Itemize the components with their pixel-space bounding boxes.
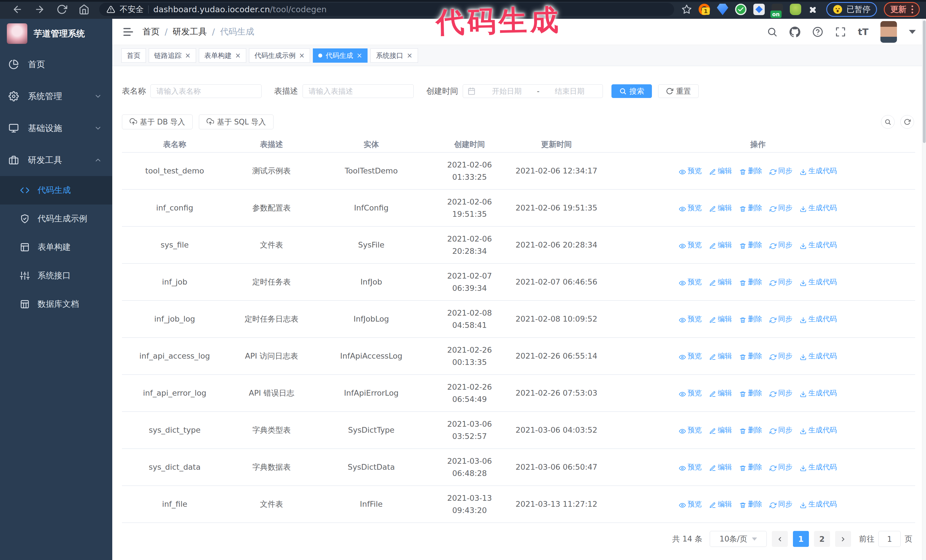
sidebar-item-db-doc[interactable]: 数据库文档 (0, 290, 112, 318)
toggle-search-button[interactable] (881, 115, 895, 129)
row-action-edit[interactable]: 编辑 (709, 202, 732, 214)
row-action-preview[interactable]: 预览 (679, 276, 702, 288)
goto-page-input[interactable]: 1 (878, 531, 901, 547)
row-action-generate-code[interactable]: 生成代码 (800, 498, 837, 510)
row-action-generate-code[interactable]: 生成代码 (800, 313, 837, 325)
row-action-edit[interactable]: 编辑 (709, 424, 732, 436)
tab-close-icon[interactable]: × (356, 52, 362, 59)
sidebar-item-system[interactable]: 系统管理 (0, 80, 112, 112)
row-action-delete[interactable]: 删除 (739, 462, 762, 473)
row-action-preview[interactable]: 预览 (679, 165, 702, 177)
chevron-down-icon[interactable] (909, 30, 916, 34)
breadcrumb-item[interactable]: 首页 (142, 26, 160, 38)
row-action-delete[interactable]: 删除 (739, 165, 762, 177)
row-action-edit[interactable]: 编辑 (709, 498, 732, 510)
tab-链路追踪[interactable]: 链路追踪× (149, 48, 196, 63)
extension-android-icon[interactable] (790, 4, 801, 15)
breadcrumb-item[interactable]: 代码生成 (220, 26, 254, 38)
next-page-button[interactable] (835, 531, 851, 547)
page-scrollbar[interactable] (922, 19, 926, 560)
row-action-generate-code[interactable]: 生成代码 (800, 239, 837, 251)
fullscreen-icon[interactable] (835, 27, 846, 37)
tab-表单构建[interactable]: 表单构建× (199, 48, 246, 63)
sidebar-item-codegen[interactable]: 代码生成 (0, 176, 112, 205)
table-name-input[interactable]: 请输入表名称 (150, 84, 262, 98)
refresh-table-button[interactable] (900, 115, 914, 129)
row-action-preview[interactable]: 预览 (679, 202, 702, 214)
tab-close-icon[interactable]: × (185, 52, 191, 59)
tab-首页[interactable]: 首页 (121, 48, 146, 63)
row-action-edit[interactable]: 编辑 (709, 165, 732, 177)
date-range-picker[interactable]: 开始日期 - 结束日期 (463, 84, 603, 98)
row-action-generate-code[interactable]: 生成代码 (800, 165, 837, 177)
back-icon[interactable] (12, 4, 23, 15)
extensions-puzzle-icon[interactable] (808, 4, 819, 15)
row-action-generate-code[interactable]: 生成代码 (800, 424, 837, 436)
forward-icon[interactable] (34, 4, 45, 15)
row-action-preview[interactable]: 预览 (679, 239, 702, 251)
row-action-delete[interactable]: 删除 (739, 276, 762, 288)
row-action-preview[interactable]: 预览 (679, 424, 702, 436)
row-action-generate-code[interactable]: 生成代码 (800, 462, 837, 473)
row-action-preview[interactable]: 预览 (679, 462, 702, 473)
tab-代码生成示例[interactable]: 代码生成示例× (249, 48, 310, 63)
row-action-delete[interactable]: 删除 (739, 239, 762, 251)
breadcrumb-item[interactable]: 研发工具 (172, 26, 207, 38)
sidebar-item-system-api[interactable]: 系统接口 (0, 261, 112, 290)
user-avatar[interactable] (881, 21, 897, 43)
extension-orange-icon[interactable]: 1 (699, 4, 710, 15)
row-action-delete[interactable]: 删除 (739, 498, 762, 510)
row-action-sync[interactable]: 同步 (770, 350, 792, 362)
tab-close-icon[interactable]: × (235, 52, 241, 59)
page-button-2[interactable]: 2 (814, 531, 830, 547)
tab-close-icon[interactable]: × (407, 52, 412, 59)
extension-gem-icon[interactable] (717, 4, 728, 15)
row-action-sync[interactable]: 同步 (770, 462, 792, 473)
reload-icon[interactable] (56, 4, 67, 15)
row-action-edit[interactable]: 编辑 (709, 387, 732, 399)
row-action-preview[interactable]: 预览 (679, 387, 702, 399)
row-action-preview[interactable]: 预览 (679, 313, 702, 325)
row-action-delete[interactable]: 删除 (739, 313, 762, 325)
import-sql-button[interactable]: 基于 SQL 导入 (199, 115, 274, 129)
row-action-sync[interactable]: 同步 (770, 313, 792, 325)
address-bar[interactable]: 不安全 dashboard.yudao.iocoder.cn/tool/code… (99, 3, 674, 16)
prev-page-button[interactable] (772, 531, 788, 547)
extension-grid-icon[interactable] (754, 4, 765, 15)
row-action-delete[interactable]: 删除 (739, 424, 762, 436)
sidebar-item-home[interactable]: 首页 (0, 48, 112, 80)
row-action-sync[interactable]: 同步 (770, 276, 792, 288)
tab-代码生成[interactable]: 代码生成× (313, 48, 368, 63)
app-logo-row[interactable]: 芋道管理系统 (0, 19, 112, 48)
row-action-delete[interactable]: 删除 (739, 387, 762, 399)
row-action-sync[interactable]: 同步 (770, 165, 792, 177)
row-action-edit[interactable]: 编辑 (709, 462, 732, 473)
search-button[interactable]: 搜索 (611, 84, 652, 98)
collapse-menu-icon[interactable] (123, 26, 134, 38)
page-size-select[interactable]: 10条/页 (710, 531, 767, 547)
page-button-1[interactable]: 1 (793, 531, 809, 547)
bookmark-star-icon[interactable] (682, 4, 692, 15)
row-action-edit[interactable]: 编辑 (709, 239, 732, 251)
row-action-sync[interactable]: 同步 (770, 387, 792, 399)
row-action-delete[interactable]: 删除 (739, 350, 762, 362)
tab-系统接口[interactable]: 系统接口× (371, 48, 418, 63)
home-icon[interactable] (79, 4, 89, 15)
row-action-generate-code[interactable]: 生成代码 (800, 350, 837, 362)
page-scrollbar-thumb[interactable] (923, 21, 926, 143)
extension-on-icon[interactable]: on (772, 4, 783, 15)
row-action-preview[interactable]: 预览 (679, 350, 702, 362)
extension-check-icon[interactable] (735, 4, 746, 15)
row-action-edit[interactable]: 编辑 (709, 350, 732, 362)
table-desc-input[interactable]: 请输入表描述 (303, 84, 414, 98)
font-size-icon[interactable]: tT (858, 27, 869, 37)
sidebar-item-codegen-demo[interactable]: 代码生成示例 (0, 205, 112, 233)
row-action-generate-code[interactable]: 生成代码 (800, 202, 837, 214)
row-action-generate-code[interactable]: 生成代码 (800, 276, 837, 288)
row-action-edit[interactable]: 编辑 (709, 276, 732, 288)
paused-badge[interactable]: 已暂停 (826, 2, 877, 17)
row-action-sync[interactable]: 同步 (770, 424, 792, 436)
row-action-generate-code[interactable]: 生成代码 (800, 387, 837, 399)
row-action-edit[interactable]: 编辑 (709, 313, 732, 325)
row-action-sync[interactable]: 同步 (770, 202, 792, 214)
